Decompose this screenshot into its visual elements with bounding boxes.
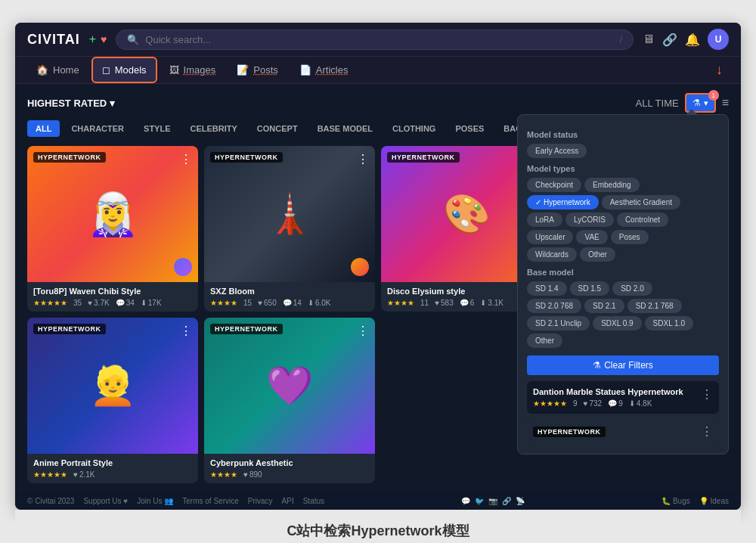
vae-chip[interactable]: VAE xyxy=(576,230,607,244)
cat-tab-character[interactable]: CHARACTER xyxy=(63,120,132,137)
sd21-chip[interactable]: SD 2.1 xyxy=(584,299,624,313)
wildcards-chip[interactable]: Wildcards xyxy=(527,247,577,262)
search-input[interactable] xyxy=(145,34,613,45)
nav-articles[interactable]: 📄 Articles xyxy=(290,58,358,82)
star-count-2: 15 xyxy=(243,299,252,307)
poses-chip[interactable]: Poses xyxy=(611,230,649,244)
card-badge-3: HYPERNETWORK xyxy=(387,152,460,163)
card-thumbnail-2: 🗼 xyxy=(204,146,375,282)
support-link[interactable]: Support Us ♥ xyxy=(83,497,128,505)
cat-tab-clothing[interactable]: CLOTHING xyxy=(384,120,444,137)
cat-tab-base-model[interactable]: BASE MODEL xyxy=(309,120,381,137)
card-menu-6[interactable]: ⋮ xyxy=(357,324,369,338)
sdxl09-chip[interactable]: SDXL 0.9 xyxy=(593,316,641,330)
card-menu-2[interactable]: ⋮ xyxy=(357,152,369,166)
card-thumbnail-5: 👱 xyxy=(27,318,198,454)
model-card-1[interactable]: 🧝‍♀️ HYPERNETWORK ⋮ [Toru8P] Waven Chibi… xyxy=(27,146,198,312)
model-card-6[interactable]: 💜 HYPERNETWORK ⋮ Cyberpunk Aesthetic ★★★… xyxy=(204,318,375,483)
hyper-extra-menu[interactable]: ⋮ xyxy=(701,424,713,439)
card-badge-5: HYPERNETWORK xyxy=(33,324,106,334)
nav-home[interactable]: 🏠 Home xyxy=(27,58,88,82)
terms-link[interactable]: Terms of Service xyxy=(182,497,238,505)
nav-images[interactable]: 🖼 Images xyxy=(160,58,225,82)
model-card-2[interactable]: 🗼 HYPERNETWORK ⋮ SXZ Bloom ★★★★ 15 xyxy=(204,146,375,312)
discord-icon[interactable]: 💬 xyxy=(461,497,470,505)
sd20768-chip[interactable]: SD 2.0 768 xyxy=(527,299,581,313)
aesthetic-gradient-chip[interactable]: Aesthetic Gradient xyxy=(602,195,680,209)
card-thumbnail-1: 🧝‍♀️ xyxy=(27,146,198,282)
stars-5: ★★★★★ xyxy=(33,470,67,479)
embedding-chip[interactable]: Embedding xyxy=(584,178,640,192)
avatar[interactable]: U xyxy=(708,29,729,50)
sort-label: HIGHEST RATED xyxy=(27,98,107,109)
grid-layout-button[interactable]: ≡ xyxy=(722,96,729,110)
card-menu-1[interactable]: ⋮ xyxy=(180,152,192,166)
lora-chip[interactable]: LoRA xyxy=(527,213,562,227)
filter-clear-icon: ⚗ xyxy=(593,360,601,371)
twitter-icon[interactable]: 🐦 xyxy=(475,497,484,505)
caption-title: C站中检索Hypernetwork模型 xyxy=(27,522,729,540)
cat-tab-all[interactable]: ALL xyxy=(27,120,60,137)
card-badge-1: HYPERNETWORK xyxy=(33,152,106,163)
sd21768-chip[interactable]: SD 2.1 768 xyxy=(627,299,682,313)
hypernetwork-chip[interactable]: ✓ Hypernetwork xyxy=(527,195,599,209)
likes-2: ♥ 650 xyxy=(258,299,277,307)
lycoris-chip[interactable]: LyCORIS xyxy=(565,213,614,227)
ideas-link[interactable]: 💡 Ideas xyxy=(699,497,729,505)
status-link[interactable]: Status xyxy=(303,497,324,505)
stars-6: ★★★★ xyxy=(210,470,237,479)
page-wrapper: CIVITAI + ♥ 🔍 / 🖥 🔗 🔔 U 🏠 Home xyxy=(0,0,756,543)
monitor-icon[interactable]: 🖥 xyxy=(643,33,655,46)
downloads-1: ⬇ 17K xyxy=(141,299,162,307)
sd21unclip-chip[interactable]: SD 2.1 Unclip xyxy=(527,316,590,330)
cat-tab-poses[interactable]: POSES xyxy=(447,120,492,137)
bell-icon[interactable]: 🔔 xyxy=(685,33,700,47)
arrow-down-indicator: ↓ xyxy=(716,62,723,78)
sort-button[interactable]: HIGHEST RATED ▾ xyxy=(27,98,115,109)
other-base-chip[interactable]: Other xyxy=(527,334,562,348)
nav-posts[interactable]: 📝 Posts xyxy=(228,58,287,82)
hypernetwork-extra-item[interactable]: HYPERNETWORK ⋮ xyxy=(527,418,719,445)
api-link[interactable]: API xyxy=(282,497,294,505)
card-title-2: SXZ Bloom xyxy=(210,287,369,296)
sd15-chip[interactable]: SD 1.5 xyxy=(570,281,610,296)
heart-icon[interactable]: ♥ xyxy=(101,33,107,45)
controlnet-chip[interactable]: Controlnet xyxy=(617,213,668,227)
nav-models[interactable]: ◻ Models xyxy=(91,57,157,83)
instagram-icon[interactable]: 📷 xyxy=(488,497,497,505)
comments-2: 💬 14 xyxy=(283,299,302,307)
share-icon[interactable]: 🔗 xyxy=(662,33,677,47)
link-icon[interactable]: 🔗 xyxy=(502,497,511,505)
dantion-stats: ★★★★★ 9 ♥ 732 💬 9 ⬇ 4.8K xyxy=(533,399,683,408)
join-link[interactable]: Join Us 👥 xyxy=(137,497,173,505)
cat-tab-concept[interactable]: CONCEPT xyxy=(249,120,306,137)
privacy-link[interactable]: Privacy xyxy=(248,497,273,505)
sd14-chip[interactable]: SD 1.4 xyxy=(527,281,567,296)
rss-icon[interactable]: 📡 xyxy=(516,497,525,505)
early-access-chip[interactable]: Early Access xyxy=(527,144,587,158)
likes-3: ♥ 583 xyxy=(435,299,454,307)
dantion-menu[interactable]: ⋮ xyxy=(701,387,713,402)
card-image-2: 🗼 HYPERNETWORK ⋮ xyxy=(204,146,375,282)
logo-icons: + ♥ xyxy=(89,33,107,46)
card-menu-5[interactable]: ⋮ xyxy=(180,324,192,338)
cat-tab-style[interactable]: STYLE xyxy=(135,120,178,137)
upscaler-chip[interactable]: Upscaler xyxy=(527,230,573,244)
filter-row: HIGHEST RATED ▾ ALL TIME ⚗ ▾ 1 ≡ xyxy=(27,93,729,113)
model-card-5[interactable]: 👱 HYPERNETWORK ⋮ Anime Portrait Style ★★… xyxy=(27,318,198,483)
model-status-chips: Early Access xyxy=(527,144,719,158)
add-button[interactable]: + xyxy=(89,33,96,46)
clear-filters-button[interactable]: ⚗ Clear Filters xyxy=(527,355,719,375)
stars-3: ★★★★ xyxy=(387,299,414,307)
sdxl10-chip[interactable]: SDXL 1.0 xyxy=(645,316,693,330)
dantion-item[interactable]: Dantion Marble Statues Hypernetwork ★★★★… xyxy=(527,381,719,414)
card-info-5: Anime Portrait Style ★★★★★ ♥ 2.1K xyxy=(27,454,198,483)
cat-tab-celebrity[interactable]: CELEBRITY xyxy=(182,120,246,137)
type-chips-row4: Upscaler VAE Poses xyxy=(527,230,719,244)
checkpoint-chip[interactable]: Checkpoint xyxy=(527,178,581,192)
sd20-chip[interactable]: SD 2.0 xyxy=(612,281,652,296)
bugs-link[interactable]: 🐛 Bugs xyxy=(662,497,690,505)
top-nav: CIVITAI + ♥ 🔍 / 🖥 🔗 🔔 U xyxy=(15,23,741,57)
other-type-chip[interactable]: Other xyxy=(580,247,615,262)
time-filter-button[interactable]: ALL TIME xyxy=(636,98,679,109)
